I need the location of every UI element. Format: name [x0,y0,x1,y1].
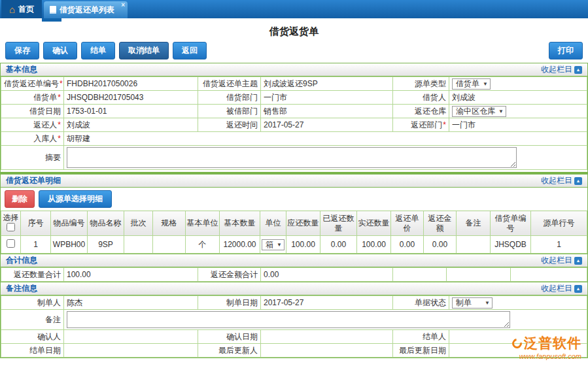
print-button[interactable]: 打印 [549,42,583,59]
qty-total-value: 100.00 [64,268,198,282]
detail-row: 1 WPBH00 9SP 个 12000.00 箱 ▼ 100.00 0.00 … [1,236,587,254]
settler-label: 结单人 [393,330,449,344]
tab-current[interactable]: 借货返还单列表 × [44,1,128,18]
collapse-icon: ▲ [574,285,582,293]
chevron-down-icon: ▼ [277,242,282,248]
loan-dept-label: 借货部门 [198,91,261,105]
amount-total-label: 返还金额合计 [198,268,261,282]
collapse-icon: ▲ [574,177,582,185]
qty-total-label: 返还数量合计 [1,268,64,282]
fanpu-logo: 泛普软件 [512,334,581,352]
table-row: 摘要 [1,146,587,170]
confirm-date-label: 确认日期 [198,330,261,344]
source-type-value: 借货单 [456,78,479,90]
stocker-value: 胡帮建 [64,132,587,146]
source-type-select[interactable]: 借货单 ▼ [452,78,491,90]
col-unit: 单位 [260,211,286,236]
collapse-remarks-link[interactable]: 收起栏目 ▲ [541,283,582,294]
warehouse-value: 渝中区仓库 [456,106,495,117]
field-label: 入库人 [33,134,57,143]
table-row: 返还人* 刘成波 返还时间 2017-05-27 返还部门* 一门市 [1,118,587,132]
cell-item-no: WPBH00 [51,236,88,254]
chevron-down-icon: ▼ [485,300,490,306]
required-marker: * [58,93,61,102]
cell-base-qty: 12000.00 [220,236,260,254]
table-row: 确认人 确认日期 结单人 [1,330,587,344]
table-row: 借货日期 1753-01-01 被借部门 销售部 返还仓库 渝中区仓库 ▼ [1,105,587,118]
summary-textarea[interactable] [67,147,517,168]
borrowed-dept-value: 销售部 [261,105,393,118]
summary-label: 摘要 [1,146,64,170]
cell-base-unit: 个 [186,236,220,254]
stocker-label: 入库人* [1,132,64,146]
return-dept-value: 一门市 [449,118,587,132]
section-remarks-header: 备注信息 收起栏目 ▲ [1,282,587,295]
unit-value: 箱 [266,239,273,250]
section-totals-header: 合计信息 收起栏目 ▲ [1,254,587,267]
returner-label: 返还人* [1,118,64,132]
basic-info-grid: 借货返还单编号* FHDBH2017050026 借货返还单主题 刘成波返还9S… [1,76,587,170]
table-row: 借货单* JHSQDBH201705043 借货部门 一门市 借货人 刘成波 [1,91,587,105]
cell-actual-qty: 100.00 [357,236,391,254]
last-update-date-label: 最后更新日期 [393,344,449,358]
unit-select[interactable]: 箱 ▼ [262,239,285,250]
cell-seq: 1 [21,236,51,254]
creator-value: 陈杰 [64,296,198,310]
last-updater-label: 最后更新人 [198,344,261,358]
tab-indicator [42,18,61,22]
tab-current-label: 借货返还单列表 [60,5,114,16]
confirm-button[interactable]: 确认 [43,42,77,59]
empty-cell [393,268,447,282]
collapse-icon: ▲ [574,66,582,74]
pick-from-source-button[interactable]: 从源单选择明细 [39,190,112,208]
save-button[interactable]: 保存 [5,42,39,59]
cell-select [1,236,21,254]
field-label: 借货返还单编号 [4,79,59,88]
delete-button[interactable]: 删除 [5,190,35,208]
settle-date-value [64,344,198,358]
summary-cell [64,146,587,170]
collapse-detail-link[interactable]: 收起栏目 ▲ [541,175,582,186]
col-spec: 规格 [153,211,186,236]
col-item-no: 物品编号 [51,211,88,236]
row-checkbox[interactable] [7,239,15,248]
fanpu-logo-icon [510,337,524,350]
collapse-totals-link[interactable]: 收起栏目 ▲ [541,255,582,266]
last-updater-value [261,344,393,358]
cell-price: 0.00 [391,236,424,254]
cell-due-qty: 100.00 [286,236,320,254]
select-all-checkbox[interactable] [7,223,15,231]
app-window: ⌂ 首页 借货返还单列表 × 借货返货单 保存 确认 结单 取消结单 返回 打印… [0,0,588,368]
cancel-settle-button[interactable]: 取消结单 [119,42,169,59]
col-base-unit: 基本单位 [186,211,220,236]
back-button[interactable]: 返回 [173,42,207,59]
settle-button[interactable]: 结单 [81,42,115,59]
toolbar: 保存 确认 结单 取消结单 返回 打印 [0,40,588,63]
collapse-basic-link[interactable]: 收起栏目 ▲ [541,64,582,75]
doc-no-label: 借货返还单编号* [1,77,64,91]
loan-doc-value: JHSQDBH201705043 [64,91,198,105]
tab-home-label: 首页 [18,4,34,15]
table-row: 备注 [1,310,587,330]
section-totals-title: 合计信息 [6,255,37,266]
totals-grid: 返还数量合计 100.00 返还金额合计 0.00 [1,267,587,282]
col-amount: 返还金额 [424,211,457,236]
section-remarks-title: 备注信息 [6,283,37,294]
required-marker: * [443,120,446,129]
required-marker: * [60,79,63,88]
col-remark: 备注 [457,211,491,236]
cell-spec [153,236,186,254]
fanpu-watermark: 泛普软件 www.fanpusoft.com [512,334,581,360]
field-label: 返还人 [33,120,57,129]
col-returned-qty: 已返还数量 [320,211,357,236]
warehouse-select[interactable]: 渝中区仓库 ▼ [452,106,506,117]
cell-loan-doc-no: JHSQDB [491,236,531,254]
home-icon: ⌂ [9,5,15,14]
close-icon[interactable]: × [121,2,125,8]
amount-total-value: 0.00 [261,268,393,282]
note-textarea[interactable] [67,311,510,328]
status-select[interactable]: 制单 ▼ [452,297,493,309]
cell-batch [124,236,153,254]
collapse-label: 收起栏目 [541,175,572,186]
tab-home[interactable]: ⌂ 首页 [1,0,42,18]
